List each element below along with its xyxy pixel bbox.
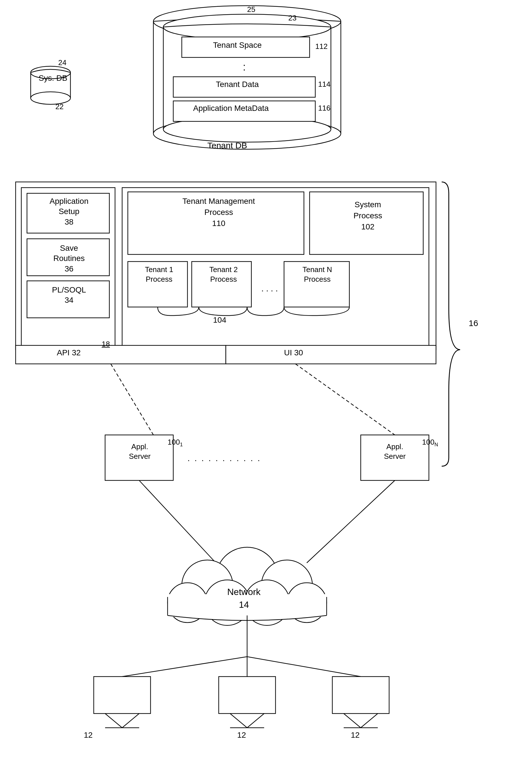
label-tenant-space: Tenant Space <box>213 41 262 50</box>
svg-point-8 <box>163 14 331 40</box>
label-network: Network14 <box>227 586 260 611</box>
label-tenantdb: Tenant DB <box>207 141 247 150</box>
svg-line-45 <box>122 657 247 676</box>
label-ui: UI 30 <box>284 348 303 357</box>
label-100-1: 1001 <box>168 438 183 448</box>
svg-line-49 <box>105 714 122 728</box>
svg-line-58 <box>361 714 378 728</box>
label-104: 104 <box>213 316 226 324</box>
label-112: 112 <box>315 42 328 51</box>
label-terminal-12-right: 12 <box>351 731 360 740</box>
label-23: 23 <box>288 14 296 23</box>
svg-rect-52 <box>219 676 276 714</box>
svg-point-35 <box>182 560 233 611</box>
label-dots-vert: : <box>243 61 246 73</box>
svg-line-54 <box>247 714 264 728</box>
label-116: 116 <box>318 104 330 113</box>
label-api: API 32 <box>57 348 81 357</box>
label-tenant1: Tenant 1Process <box>132 265 186 284</box>
label-sysdb: Sys. DB <box>39 73 67 83</box>
svg-point-40 <box>287 583 327 622</box>
svg-line-33 <box>307 480 395 563</box>
label-25: 25 <box>247 5 255 14</box>
label-app-setup: ApplicationSetup38 <box>31 196 107 227</box>
label-100-n: 100N <box>422 438 438 448</box>
label-tenant2: Tenant 2Process <box>196 265 250 284</box>
svg-rect-56 <box>332 676 389 714</box>
svg-line-29 <box>295 364 395 435</box>
label-system-process: SystemProcess102 <box>315 199 420 233</box>
svg-point-39 <box>168 583 207 622</box>
svg-point-11 <box>163 117 331 142</box>
label-18: 18 <box>102 340 110 349</box>
label-tenant-mgmt: Tenant ManagementProcess110 <box>136 196 301 229</box>
label-app-metadata: Application MetaData <box>193 104 269 113</box>
label-16: 16 <box>469 319 478 328</box>
svg-rect-27 <box>226 345 436 364</box>
svg-line-46 <box>247 657 361 676</box>
svg-rect-48 <box>94 676 150 714</box>
label-tenant-data: Tenant Data <box>216 80 259 89</box>
label-terminal-12-center: 12 <box>237 731 246 740</box>
svg-line-57 <box>344 714 361 728</box>
svg-rect-26 <box>16 345 226 364</box>
label-plsoql: PL/SOQL34 <box>31 285 107 306</box>
label-save-routines: SaveRoutines36 <box>31 243 107 274</box>
label-dots-horiz2: . . . . <box>261 284 278 293</box>
svg-line-53 <box>230 714 247 728</box>
svg-line-28 <box>111 364 153 435</box>
label-dots-between-servers: . . . . . . . . . . . <box>187 453 261 463</box>
label-terminal-12-left: 12 <box>84 731 93 740</box>
label-appl-server-n: Appl.Server <box>366 442 423 461</box>
label-22: 22 <box>55 102 64 111</box>
label-tenantn: Tenant NProcess <box>288 265 347 284</box>
svg-line-50 <box>122 714 139 728</box>
label-24: 24 <box>58 58 67 67</box>
label-114: 114 <box>318 80 330 89</box>
svg-point-3 <box>31 92 71 104</box>
svg-point-36 <box>261 560 312 611</box>
label-appl-server1: Appl.Server <box>111 442 168 461</box>
svg-overlay <box>0 0 532 761</box>
svg-line-32 <box>139 480 216 563</box>
diagram-container: 24 Sys. DB 22 25 23 Tenant Space 112 : T… <box>0 0 532 761</box>
